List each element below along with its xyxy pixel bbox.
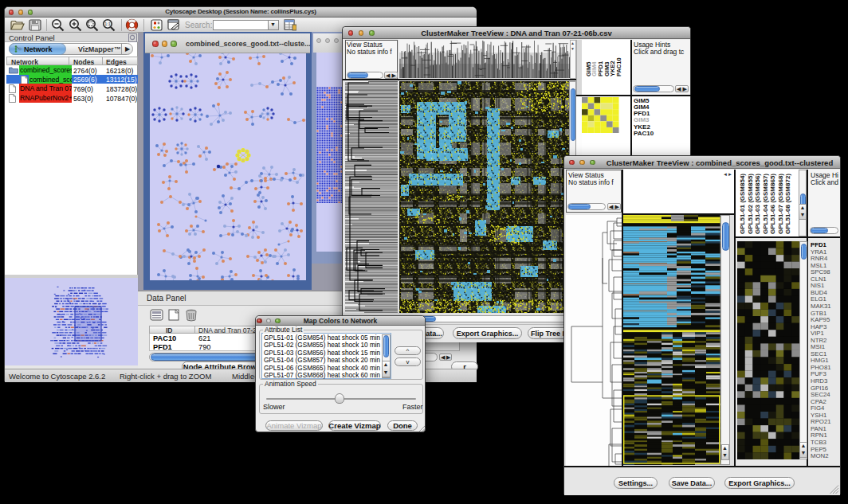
svg-text:1:1: 1:1 bbox=[104, 21, 111, 26]
